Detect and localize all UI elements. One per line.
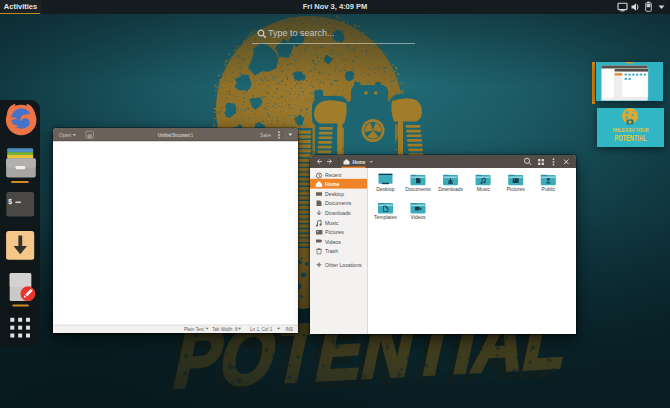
svg-text:Open: Open <box>59 132 71 138</box>
svg-text:Plain Text: Plain Text <box>184 327 205 332</box>
svg-text:Templates: Templates <box>374 214 397 220</box>
svg-text:POTENTIAL: POTENTIAL <box>615 133 647 143</box>
svg-text:UNLEASH YOUR: UNLEASH YOUR <box>613 127 649 133</box>
svg-text:Public: Public <box>542 186 556 192</box>
svg-text:Untitled Document 1: Untitled Document 1 <box>158 133 193 138</box>
svg-text:$: $ <box>8 198 12 206</box>
svg-text:Desktop: Desktop <box>376 186 395 192</box>
svg-text:Other Locations: Other Locations <box>325 262 362 268</box>
svg-text:Save: Save <box>260 133 271 138</box>
svg-text:Tab Width: 8: Tab Width: 8 <box>212 327 238 332</box>
svg-text:Music: Music <box>477 186 491 192</box>
svg-text:INS: INS <box>286 327 294 332</box>
svg-text:Recent: Recent <box>325 172 342 178</box>
svg-text:Ln 1, Col 1: Ln 1, Col 1 <box>250 327 273 332</box>
svg-text:Home: Home <box>325 181 340 187</box>
svg-text:Home: Home <box>353 160 366 165</box>
svg-text:Music: Music <box>325 220 339 226</box>
svg-text:Pictures: Pictures <box>325 229 344 235</box>
svg-text:Trash: Trash <box>325 248 338 254</box>
svg-text:Videos: Videos <box>410 214 426 220</box>
svg-text:Desktop: Desktop <box>325 191 344 197</box>
svg-text:Documents: Documents <box>405 186 431 192</box>
svg-text:Documents: Documents <box>325 200 352 206</box>
svg-text:Pictures: Pictures <box>507 186 526 192</box>
svg-text:Videos: Videos <box>325 239 341 245</box>
svg-text:Downloads: Downloads <box>438 186 463 192</box>
svg-text:Downloads: Downloads <box>325 210 351 216</box>
